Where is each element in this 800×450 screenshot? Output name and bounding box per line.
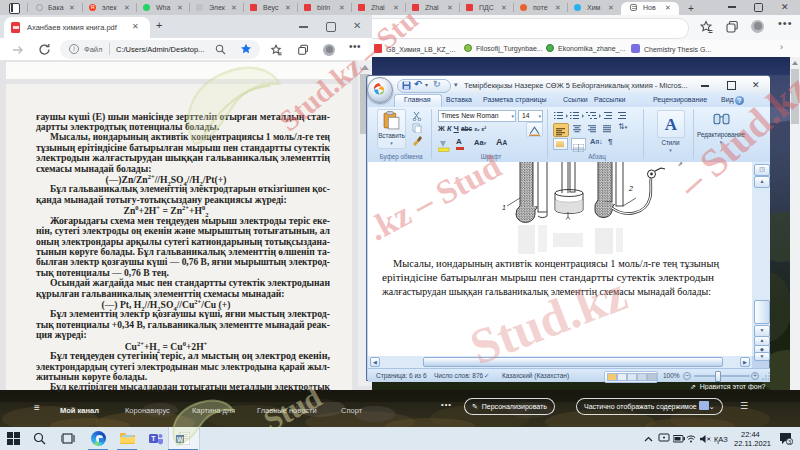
svg-text:A: A: [665, 115, 678, 134]
svg-text:3: 3: [788, 439, 791, 445]
